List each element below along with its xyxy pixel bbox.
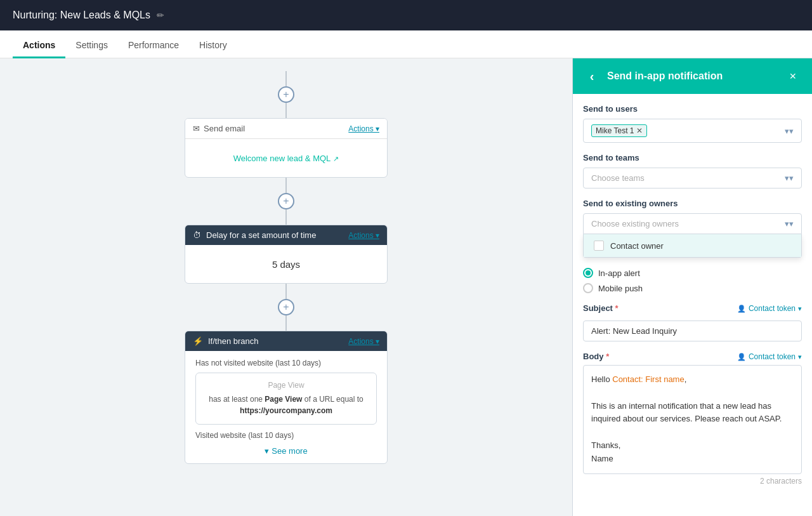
delay-value: 5 days — [272, 259, 300, 270]
connector-line-top — [285, 71, 287, 86]
email-link[interactable]: Welcome new lead & MQL — [233, 154, 339, 163]
body-contact-token-link[interactable]: Contact token — [737, 352, 802, 361]
see-more-label: See more — [272, 446, 307, 456]
branch-label-1: Has not visited website (last 10 days) — [195, 359, 377, 367]
owners-chevron-icon: ▾ — [785, 219, 794, 228]
send-to-users-select[interactable]: Mike Test 1 ✕ ▾ — [583, 119, 802, 143]
subject-input[interactable] — [583, 321, 802, 341]
users-chevron-icon: ▾ — [785, 126, 794, 136]
back-icon — [590, 69, 594, 84]
body-hello: Hello — [591, 374, 612, 384]
panel-header: Send in-app notification — [573, 58, 812, 94]
body-token-icon — [737, 352, 746, 361]
delay-actions[interactable]: Actions ▾ — [348, 231, 379, 240]
owners-placeholder: Choose existing owners — [591, 219, 679, 228]
chevron-small-icon: ▾ — [265, 446, 269, 456]
body-line1: Hello Contact: First name, — [591, 373, 794, 387]
teams-placeholder: Choose teams — [591, 173, 645, 183]
send-to-owners-select[interactable]: Choose existing owners ▾ — [583, 213, 802, 234]
branch-sub-card: Page View has at least one Page View of … — [195, 373, 377, 425]
ifthen-header: If/then branch Actions ▾ — [185, 331, 387, 351]
body-label: Body * — [583, 352, 609, 361]
mobile-label: Mobile push — [598, 284, 643, 293]
workflow-container: + Send email Actions ▾ Welcome new lead … — [108, 71, 464, 464]
body-line3: This is an internal notification that a … — [591, 400, 794, 427]
branch-sub-card-title: Page View — [204, 381, 369, 390]
send-email-actions[interactable]: Actions ▾ — [348, 124, 379, 133]
clock-icon — [193, 230, 201, 240]
send-email-header-left: Send email — [193, 124, 245, 133]
add-step-button-1[interactable]: + — [278, 86, 294, 103]
inapp-label: In-app alert — [598, 268, 640, 278]
mike-test-label: Mike Test 1 — [596, 126, 634, 135]
body-line5: Thanks, — [591, 439, 794, 453]
delay-card: Delay for a set amount of time Actions ▾… — [185, 225, 388, 284]
send-to-users-label: Send to users — [583, 104, 802, 114]
send-email-card: Send email Actions ▾ Welcome new lead & … — [185, 118, 388, 178]
tab-bar: Actions Settings Performance History — [0, 30, 812, 58]
inapp-radio-button[interactable] — [583, 268, 593, 278]
close-icon — [789, 70, 797, 82]
branch-icon — [193, 336, 203, 346]
body-token-label: Contact token — [749, 352, 796, 361]
subject-token-label: Contact token — [749, 304, 796, 313]
mike-test-tag: Mike Test 1 ✕ — [591, 124, 647, 137]
send-email-header: Send email Actions ▾ — [185, 119, 387, 139]
connector-line-5 — [285, 315, 287, 331]
edit-icon[interactable]: ✏ — [157, 10, 164, 20]
subject-label: Subject * — [583, 303, 619, 313]
teams-chevron-icon: ▾ — [785, 173, 794, 183]
workflow-canvas: + Send email Actions ▾ Welcome new lead … — [0, 58, 572, 516]
ifthen-body: Has not visited website (last 10 days) P… — [185, 351, 387, 463]
inapp-alert-item: In-app alert — [583, 268, 802, 278]
panel-content: Send to users Mike Test 1 ✕ ▾ Send to te… — [573, 94, 812, 516]
subject-group: Subject * Contact token — [583, 303, 802, 341]
panel-title: Send in-app notification — [607, 70, 778, 82]
panel-back-button[interactable] — [583, 67, 601, 85]
connector-line-3 — [285, 209, 287, 225]
mobile-radio-button[interactable] — [583, 283, 593, 293]
subject-contact-token-link[interactable]: Contact token — [737, 304, 802, 313]
contact-owner-checkbox[interactable] — [594, 241, 604, 251]
subject-token-icon — [737, 304, 746, 313]
contact-owner-item[interactable]: Contact owner — [584, 234, 801, 257]
char-count: 2 characters — [583, 477, 802, 486]
owners-dropdown-overlay: Choose existing owners ▾ Contact owner — [583, 213, 802, 258]
top-bar: Nurturing: New Leads & MQLs ✏ — [0, 0, 812, 30]
ifthen-actions[interactable]: Actions ▾ — [348, 337, 379, 346]
email-link-text: Welcome new lead & MQL — [233, 154, 331, 163]
connector-line-2 — [285, 178, 287, 193]
body-required-star: * — [606, 352, 609, 361]
tab-performance[interactable]: Performance — [118, 34, 189, 58]
tab-history[interactable]: History — [189, 34, 237, 58]
body-textarea[interactable]: Hello Contact: First name, This is an in… — [583, 365, 802, 474]
send-to-teams-group: Send to teams Choose teams ▾ — [583, 153, 802, 189]
ifthen-header-left: If/then branch — [193, 336, 259, 346]
tab-actions[interactable]: Actions — [13, 34, 65, 58]
branch-label-2: Visited website (last 10 days) — [195, 431, 377, 440]
body-header-row: Body * Contact token — [583, 352, 802, 361]
right-panel: Send in-app notification Send to users M… — [572, 58, 812, 516]
connector-line-4 — [285, 284, 287, 299]
body-token-chevron — [798, 352, 802, 361]
contact-owner-label: Contact owner — [610, 241, 664, 251]
ifthen-card: If/then branch Actions ▾ Has not visited… — [185, 331, 388, 464]
connector-line-1 — [285, 103, 287, 118]
delay-body: 5 days — [185, 245, 387, 283]
remove-mike-tag-icon[interactable]: ✕ — [636, 126, 643, 135]
main-layout: + Send email Actions ▾ Welcome new lead … — [0, 58, 812, 516]
body-line6: Name — [591, 453, 794, 466]
owners-dropdown-menu: Contact owner — [583, 234, 802, 258]
external-link-icon — [333, 154, 339, 163]
body-comma: , — [684, 374, 687, 384]
panel-close-button[interactable] — [784, 67, 802, 85]
page-title: Nurturing: New Leads & MQLs — [13, 10, 150, 21]
add-step-button-3[interactable]: + — [278, 299, 294, 315]
tab-settings[interactable]: Settings — [65, 34, 118, 58]
add-step-button-2[interactable]: + — [278, 193, 294, 209]
see-more-button[interactable]: ▾ See more — [195, 446, 377, 456]
send-to-teams-label: Send to teams — [583, 153, 802, 162]
envelope-icon — [193, 124, 200, 133]
send-to-teams-select[interactable]: Choose teams ▾ — [583, 168, 802, 189]
subject-header-row: Subject * Contact token — [583, 303, 802, 313]
